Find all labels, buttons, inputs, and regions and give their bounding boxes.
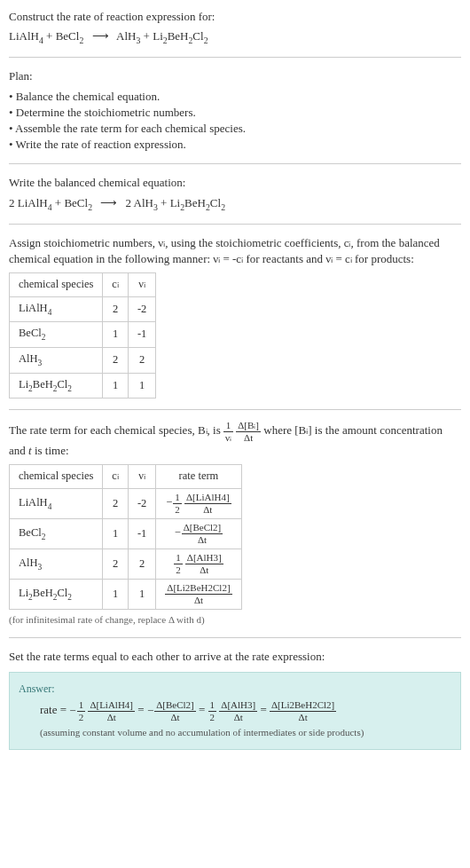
balanced-equation: 2 LiAlH4 + BeCl2 ⟶ 2 AlH3 + Li2BeH2Cl2	[9, 195, 461, 213]
header-c: cᵢ	[103, 465, 129, 489]
c-cell: 1	[103, 322, 129, 348]
answer-box: Answer: rate = −12 Δ[LiAlH4]Δt = −Δ[BeCl…	[9, 672, 461, 749]
arrow-icon: ⟶	[100, 196, 117, 209]
table-row: BeCl2 1 -1	[10, 322, 156, 348]
fraction: 12	[208, 700, 217, 722]
divider	[9, 57, 461, 58]
table-row: AlH3 2 2	[10, 347, 156, 373]
assign-section: Assign stoichiometric numbers, νᵢ, using…	[9, 235, 461, 398]
plan-section: Plan: Balance the chemical equation. Det…	[9, 68, 461, 153]
species-cell: BeCl2	[10, 518, 103, 548]
divider	[9, 224, 461, 225]
stoich-table: chemical species cᵢ νᵢ LiAlH4 2 -2 BeCl2…	[9, 272, 156, 398]
rate-intro-text: The rate term for each chemical species,…	[9, 421, 461, 459]
fraction: 12	[77, 700, 86, 722]
header-v: νᵢ	[128, 465, 155, 489]
c-cell: 2	[103, 296, 129, 322]
balanced-section: Write the balanced chemical equation: 2 …	[9, 175, 461, 212]
answer-label: Answer:	[19, 682, 451, 697]
rate-cell: −Δ[BeCl2]Δt	[156, 518, 241, 548]
intro-section: Construct the rate of reaction expressio…	[9, 9, 461, 46]
fraction: Δ[AlH3]Δt	[185, 553, 223, 575]
rate-table: chemical species cᵢ νᵢ rate term LiAlH4 …	[9, 464, 242, 610]
table-row: Li2BeH2Cl2 1 1	[10, 373, 156, 398]
c-cell: 1	[103, 518, 129, 548]
plan-item: Determine the stoichiometric numbers.	[9, 105, 461, 121]
rate-cell: Δ[Li2BeH2Cl2]Δt	[156, 579, 241, 609]
species-cell: BeCl2	[10, 322, 103, 348]
species-cell: Li2BeH2Cl2	[10, 373, 103, 398]
v-cell: -1	[128, 322, 155, 348]
table-row: Li2BeH2Cl2 1 1 Δ[Li2BeH2Cl2]Δt	[10, 579, 242, 609]
arrow-icon: ⟶	[92, 29, 109, 43]
fraction: Δ[LiAlH4]Δt	[88, 700, 135, 722]
c-cell: 1	[103, 373, 129, 398]
table-row: BeCl2 1 -1 −Δ[BeCl2]Δt	[10, 518, 242, 548]
v-cell: 1	[128, 579, 155, 609]
fraction: Δ[Bᵢ]Δt	[236, 421, 261, 443]
c-cell: 2	[103, 347, 129, 373]
fraction: Δ[LiAlH4]Δt	[184, 493, 231, 515]
header-rate: rate term	[156, 465, 241, 489]
fraction: 12	[173, 493, 182, 515]
divider	[9, 409, 461, 410]
assign-text: Assign stoichiometric numbers, νᵢ, using…	[9, 235, 461, 267]
table-row: LiAlH4 2 -2	[10, 296, 156, 322]
fraction: Δ[Li2BeH2Cl2]Δt	[270, 700, 336, 722]
plan-heading: Plan:	[9, 68, 461, 84]
plan-list: Balance the chemical equation. Determine…	[9, 89, 461, 154]
note-text: (for infinitesimal rate of change, repla…	[9, 613, 461, 627]
balanced-heading: Write the balanced chemical equation:	[9, 175, 461, 191]
fraction: 1νᵢ	[223, 421, 233, 443]
rate-cell: −12 Δ[LiAlH4]Δt	[156, 488, 241, 518]
table-header-row: chemical species cᵢ νᵢ rate term	[10, 465, 242, 489]
rate-cell: 12 Δ[AlH3]Δt	[156, 548, 241, 579]
v-cell: -1	[128, 518, 155, 548]
v-cell: -2	[128, 296, 155, 322]
v-cell: 2	[128, 347, 155, 373]
divider	[9, 637, 461, 638]
answer-assumption: (assuming constant volume and no accumul…	[19, 726, 451, 739]
species-cell: LiAlH4	[10, 296, 103, 322]
species-cell: Li2BeH2Cl2	[10, 579, 103, 609]
c-cell: 2	[103, 488, 129, 518]
prompt-text: Construct the rate of reaction expressio…	[9, 9, 461, 25]
species-cell: LiAlH4	[10, 488, 103, 518]
c-cell: 2	[103, 548, 129, 579]
fraction: Δ[BeCl2]Δt	[182, 523, 223, 545]
header-v: νᵢ	[128, 273, 155, 297]
fraction: Δ[Li2BeH2Cl2]Δt	[165, 583, 231, 605]
plan-item: Assemble the rate term for each chemical…	[9, 121, 461, 137]
set-section: Set the rate terms equal to each other t…	[9, 649, 461, 749]
fraction: 12	[174, 553, 183, 575]
v-cell: 1	[128, 373, 155, 398]
header-c: cᵢ	[103, 273, 129, 297]
table-row: AlH3 2 2 12 Δ[AlH3]Δt	[10, 548, 242, 579]
set-text: Set the rate terms equal to each other t…	[9, 649, 461, 665]
header-species: chemical species	[10, 465, 103, 489]
c-cell: 1	[103, 579, 129, 609]
v-cell: 2	[128, 548, 155, 579]
species-cell: AlH3	[10, 347, 103, 373]
rate-intro-section: The rate term for each chemical species,…	[9, 421, 461, 627]
v-cell: -2	[128, 488, 155, 518]
fraction: Δ[BeCl2]Δt	[154, 700, 196, 722]
table-header-row: chemical species cᵢ νᵢ	[10, 273, 156, 297]
unbalanced-equation: LiAlH4 + BeCl2 ⟶ AlH3 + Li2BeH2Cl2	[9, 28, 461, 46]
plan-item: Write the rate of reaction expression.	[9, 137, 461, 153]
species-cell: AlH3	[10, 548, 103, 579]
fraction: Δ[AlH3]Δt	[219, 700, 257, 722]
plan-item: Balance the chemical equation.	[9, 89, 461, 105]
header-species: chemical species	[10, 273, 103, 297]
rate-expression: rate = −12 Δ[LiAlH4]Δt = −Δ[BeCl2]Δt = 1…	[19, 700, 451, 722]
table-row: LiAlH4 2 -2 −12 Δ[LiAlH4]Δt	[10, 488, 242, 518]
divider	[9, 163, 461, 164]
